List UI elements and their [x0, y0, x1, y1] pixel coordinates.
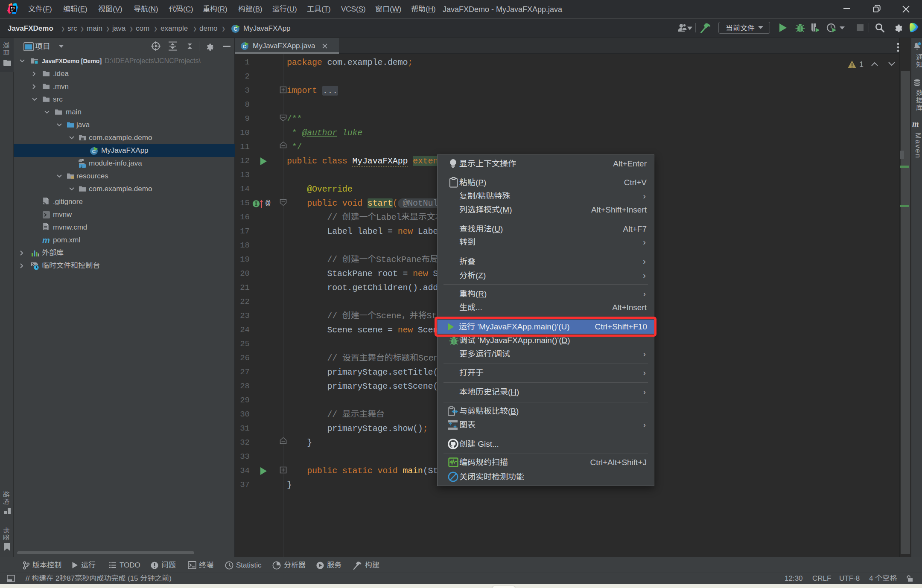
svg-text:C: C	[233, 26, 237, 32]
svg-text:J: J	[81, 165, 82, 169]
svg-text:IJ: IJ	[11, 6, 15, 10]
svg-text:C: C	[243, 44, 246, 49]
svg-text:C: C	[92, 149, 96, 154]
